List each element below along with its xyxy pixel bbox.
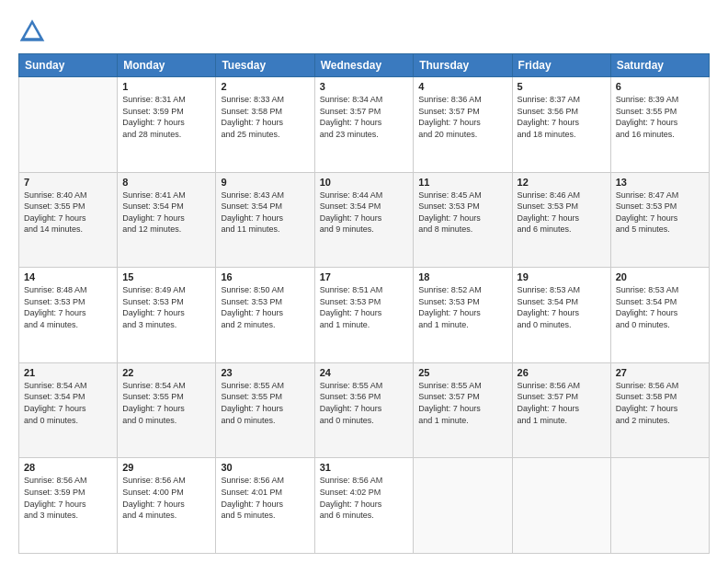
calendar-cell: 16Sunrise: 8:50 AMSunset: 3:53 PMDayligh… (216, 268, 314, 363)
calendar-cell: 29Sunrise: 8:56 AMSunset: 4:00 PMDayligh… (118, 458, 216, 554)
day-info: Sunrise: 8:33 AMSunset: 3:58 PMDaylight:… (221, 94, 309, 140)
day-number: 20 (616, 271, 704, 282)
day-info: Sunrise: 8:40 AMSunset: 3:55 PMDaylight:… (24, 190, 112, 236)
day-info: Sunrise: 8:39 AMSunset: 3:55 PMDaylight:… (616, 94, 704, 140)
day-info: Sunrise: 8:37 AMSunset: 3:56 PMDaylight:… (518, 94, 606, 140)
day-number: 4 (418, 81, 506, 92)
weekday-header: Tuesday (216, 54, 314, 77)
day-number: 17 (320, 271, 409, 282)
day-info: Sunrise: 8:45 AMSunset: 3:53 PMDaylight:… (418, 190, 506, 236)
day-number: 28 (24, 462, 112, 473)
calendar-cell: 6Sunrise: 8:39 AMSunset: 3:55 PMDaylight… (610, 77, 709, 173)
day-info: Sunrise: 8:56 AMSunset: 3:59 PMDaylight:… (24, 475, 112, 521)
day-number: 5 (518, 81, 606, 92)
calendar-cell: 23Sunrise: 8:55 AMSunset: 3:55 PMDayligh… (216, 362, 314, 458)
day-number: 11 (418, 177, 506, 188)
day-info: Sunrise: 8:53 AMSunset: 3:54 PMDaylight:… (616, 284, 704, 330)
day-info: Sunrise: 8:44 AMSunset: 3:54 PMDaylight:… (320, 190, 409, 236)
calendar-week-row: 1Sunrise: 8:31 AMSunset: 3:59 PMDaylight… (19, 77, 710, 173)
day-info: Sunrise: 8:43 AMSunset: 3:54 PMDaylight:… (221, 190, 309, 236)
calendar-cell: 17Sunrise: 8:51 AMSunset: 3:53 PMDayligh… (314, 268, 414, 363)
day-number: 8 (122, 177, 210, 188)
calendar-cell: 26Sunrise: 8:56 AMSunset: 3:57 PMDayligh… (512, 362, 610, 458)
calendar-cell: 12Sunrise: 8:46 AMSunset: 3:53 PMDayligh… (512, 172, 610, 268)
logo (18, 17, 50, 44)
day-number: 3 (320, 81, 409, 92)
calendar-cell: 15Sunrise: 8:49 AMSunset: 3:53 PMDayligh… (118, 268, 216, 363)
day-info: Sunrise: 8:51 AMSunset: 3:53 PMDaylight:… (320, 284, 409, 330)
calendar-body: 1Sunrise: 8:31 AMSunset: 3:59 PMDaylight… (19, 77, 710, 554)
calendar-cell: 2Sunrise: 8:33 AMSunset: 3:58 PMDaylight… (216, 77, 314, 173)
day-info: Sunrise: 8:47 AMSunset: 3:53 PMDaylight:… (616, 190, 704, 236)
day-number: 24 (320, 367, 409, 378)
calendar-week-row: 21Sunrise: 8:54 AMSunset: 3:54 PMDayligh… (19, 362, 710, 458)
calendar-cell: 13Sunrise: 8:47 AMSunset: 3:53 PMDayligh… (610, 172, 709, 268)
day-info: Sunrise: 8:41 AMSunset: 3:54 PMDaylight:… (122, 190, 210, 236)
calendar-cell: 8Sunrise: 8:41 AMSunset: 3:54 PMDaylight… (118, 172, 216, 268)
day-info: Sunrise: 8:56 AMSunset: 3:58 PMDaylight:… (616, 380, 704, 426)
calendar-cell: 24Sunrise: 8:55 AMSunset: 3:56 PMDayligh… (314, 362, 414, 458)
weekday-header: Sunday (19, 54, 118, 77)
header (18, 17, 710, 44)
calendar-cell: 14Sunrise: 8:48 AMSunset: 3:53 PMDayligh… (19, 268, 118, 363)
calendar-cell (512, 458, 610, 554)
calendar-week-row: 14Sunrise: 8:48 AMSunset: 3:53 PMDayligh… (19, 268, 710, 363)
day-number: 7 (24, 177, 112, 188)
calendar-cell: 31Sunrise: 8:56 AMSunset: 4:02 PMDayligh… (314, 458, 414, 554)
day-info: Sunrise: 8:53 AMSunset: 3:54 PMDaylight:… (518, 284, 606, 330)
calendar-cell: 22Sunrise: 8:54 AMSunset: 3:55 PMDayligh… (118, 362, 216, 458)
calendar-week-row: 28Sunrise: 8:56 AMSunset: 3:59 PMDayligh… (19, 458, 710, 554)
day-info: Sunrise: 8:34 AMSunset: 3:57 PMDaylight:… (320, 94, 409, 140)
calendar-cell: 11Sunrise: 8:45 AMSunset: 3:53 PMDayligh… (414, 172, 512, 268)
calendar-cell: 30Sunrise: 8:56 AMSunset: 4:01 PMDayligh… (216, 458, 314, 554)
page: SundayMondayTuesdayWednesdayThursdayFrid… (0, 0, 728, 563)
calendar-cell: 10Sunrise: 8:44 AMSunset: 3:54 PMDayligh… (314, 172, 414, 268)
calendar-cell: 1Sunrise: 8:31 AMSunset: 3:59 PMDaylight… (118, 77, 216, 173)
day-number: 15 (122, 271, 210, 282)
calendar-week-row: 7Sunrise: 8:40 AMSunset: 3:55 PMDaylight… (19, 172, 710, 268)
calendar-cell: 4Sunrise: 8:36 AMSunset: 3:57 PMDaylight… (414, 77, 512, 173)
weekday-header: Thursday (414, 54, 512, 77)
calendar-cell (19, 77, 118, 173)
day-number: 21 (24, 367, 112, 378)
day-number: 25 (418, 367, 506, 378)
day-info: Sunrise: 8:50 AMSunset: 3:53 PMDaylight:… (221, 284, 309, 330)
weekday-header: Monday (118, 54, 216, 77)
day-number: 9 (221, 177, 309, 188)
calendar-cell: 5Sunrise: 8:37 AMSunset: 3:56 PMDaylight… (512, 77, 610, 173)
calendar-cell (610, 458, 709, 554)
day-number: 14 (24, 271, 112, 282)
day-number: 27 (616, 367, 704, 378)
calendar: SundayMondayTuesdayWednesdayThursdayFrid… (18, 53, 710, 554)
day-info: Sunrise: 8:54 AMSunset: 3:55 PMDaylight:… (122, 380, 210, 426)
calendar-cell: 20Sunrise: 8:53 AMSunset: 3:54 PMDayligh… (610, 268, 709, 363)
day-number: 1 (122, 81, 210, 92)
day-info: Sunrise: 8:49 AMSunset: 3:53 PMDaylight:… (122, 284, 210, 330)
day-info: Sunrise: 8:48 AMSunset: 3:53 PMDaylight:… (24, 284, 112, 330)
calendar-cell: 9Sunrise: 8:43 AMSunset: 3:54 PMDaylight… (216, 172, 314, 268)
day-number: 31 (320, 462, 409, 473)
weekday-header: Saturday (610, 54, 709, 77)
calendar-cell: 21Sunrise: 8:54 AMSunset: 3:54 PMDayligh… (19, 362, 118, 458)
day-number: 13 (616, 177, 704, 188)
calendar-cell: 19Sunrise: 8:53 AMSunset: 3:54 PMDayligh… (512, 268, 610, 363)
calendar-cell (414, 458, 512, 554)
calendar-cell: 25Sunrise: 8:55 AMSunset: 3:57 PMDayligh… (414, 362, 512, 458)
calendar-header-row: SundayMondayTuesdayWednesdayThursdayFrid… (19, 54, 710, 77)
logo-icon (18, 17, 46, 44)
day-info: Sunrise: 8:56 AMSunset: 4:00 PMDaylight:… (122, 475, 210, 521)
calendar-cell: 28Sunrise: 8:56 AMSunset: 3:59 PMDayligh… (19, 458, 118, 554)
day-info: Sunrise: 8:56 AMSunset: 4:01 PMDaylight:… (221, 475, 309, 521)
day-info: Sunrise: 8:55 AMSunset: 3:56 PMDaylight:… (320, 380, 409, 426)
day-info: Sunrise: 8:56 AMSunset: 4:02 PMDaylight:… (320, 475, 409, 521)
day-number: 19 (518, 271, 606, 282)
day-number: 30 (221, 462, 309, 473)
day-number: 23 (221, 367, 309, 378)
day-number: 29 (122, 462, 210, 473)
day-number: 18 (418, 271, 506, 282)
day-info: Sunrise: 8:52 AMSunset: 3:53 PMDaylight:… (418, 284, 506, 330)
day-number: 12 (518, 177, 606, 188)
day-info: Sunrise: 8:46 AMSunset: 3:53 PMDaylight:… (518, 190, 606, 236)
calendar-cell: 18Sunrise: 8:52 AMSunset: 3:53 PMDayligh… (414, 268, 512, 363)
day-number: 16 (221, 271, 309, 282)
